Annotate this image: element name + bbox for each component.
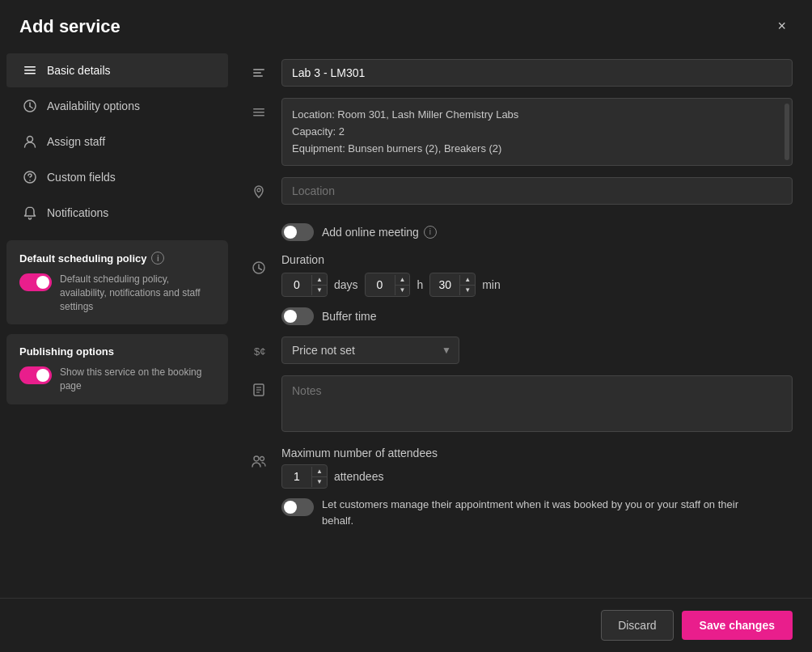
online-meeting-icon-spacer xyxy=(247,219,270,242)
dialog-title: Add service xyxy=(19,16,121,37)
location-field xyxy=(281,177,793,205)
dialog-body: Basic details Availability options xyxy=(0,46,812,598)
publishing-options-section: Publishing options Show this service on … xyxy=(6,334,228,404)
location-desc-field: Location: Room 301, Lash Miller Chemistr… xyxy=(281,98,793,166)
duration-hours-spinner: ▲ ▼ xyxy=(365,273,411,297)
add-service-dialog: Add service × Basic details xyxy=(0,0,812,652)
svg-rect-14 xyxy=(253,115,264,116)
discard-button[interactable]: Discard xyxy=(601,610,673,641)
svg-point-24 xyxy=(254,456,259,461)
location-desc-icon xyxy=(247,101,270,124)
clock-icon xyxy=(23,99,37,113)
duration-field: Duration ▲ ▼ days xyxy=(281,253,793,325)
duration-row: Duration ▲ ▼ days xyxy=(247,253,793,325)
svg-point-25 xyxy=(260,457,264,461)
sidebar-item-availability-options[interactable]: Availability options xyxy=(6,89,228,123)
svg-point-8 xyxy=(29,180,31,181)
duration-hours-up[interactable]: ▲ xyxy=(395,275,410,286)
save-changes-button[interactable]: Save changes xyxy=(682,611,793,640)
attendees-inputs-row: ▲ ▼ attendees xyxy=(281,464,793,489)
online-meeting-info-icon[interactable]: i xyxy=(424,226,437,239)
duration-label: Duration xyxy=(281,253,793,266)
sidebar-item-notifications[interactable]: Notifications xyxy=(6,196,228,230)
sidebar-item-assign-staff[interactable]: Assign staff xyxy=(6,125,228,159)
menu-icon xyxy=(23,63,37,78)
duration-minutes-up[interactable]: ▲ xyxy=(460,275,475,286)
duration-days-down[interactable]: ▼ xyxy=(312,286,327,295)
svg-rect-11 xyxy=(253,75,263,77)
svg-rect-2 xyxy=(24,73,36,74)
price-icon: $¢ xyxy=(247,340,270,362)
publishing-options-toggle[interactable] xyxy=(19,366,52,384)
price-row: $¢ Price not set ▼ xyxy=(247,337,793,364)
online-meeting-toggle[interactable] xyxy=(281,223,314,241)
sidebar-item-basic-details[interactable]: Basic details xyxy=(6,53,228,87)
publishing-options-title: Publishing options xyxy=(19,345,215,358)
days-unit: days xyxy=(334,278,358,291)
sidebar-item-notifications-label: Notifications xyxy=(47,206,108,219)
duration-days-spinner: ▲ ▼ xyxy=(281,273,328,297)
sidebar-item-custom-fields[interactable]: Custom fields xyxy=(6,160,228,194)
sidebar-item-assign-staff-label: Assign staff xyxy=(47,135,105,148)
customer-manage-toggle[interactable] xyxy=(281,498,314,516)
attendees-down[interactable]: ▼ xyxy=(312,477,327,487)
sidebar-item-availability-label: Availability options xyxy=(47,99,140,112)
scheduling-policy-desc: Default scheduling policy, availability,… xyxy=(60,273,215,313)
online-meeting-toggle-row: Add online meeting i xyxy=(281,222,793,241)
main-content: Location: Room 301, Lash Miller Chemistr… xyxy=(235,46,812,598)
scrollbar xyxy=(785,104,789,160)
duration-days-up[interactable]: ▲ xyxy=(312,275,327,286)
online-meeting-field: Add online meeting i xyxy=(281,216,793,241)
svg-rect-1 xyxy=(24,70,36,71)
scheduling-policy-toggle[interactable] xyxy=(19,273,52,291)
notes-textarea[interactable] xyxy=(281,375,793,432)
location-row xyxy=(247,177,793,205)
buffer-time-label: Buffer time xyxy=(322,310,376,323)
buffer-time-toggle[interactable] xyxy=(281,307,314,325)
close-button[interactable]: × xyxy=(771,15,793,38)
svg-point-6 xyxy=(27,137,33,142)
duration-hours-input[interactable] xyxy=(366,273,395,296)
dialog-footer: Discard Save changes xyxy=(0,598,812,652)
price-select-wrapper: Price not set ▼ xyxy=(281,337,459,364)
attendees-input[interactable] xyxy=(282,465,311,488)
svg-rect-13 xyxy=(253,112,264,113)
sidebar-item-basic-details-label: Basic details xyxy=(47,64,111,77)
duration-minutes-input[interactable] xyxy=(430,273,459,296)
scheduling-info-icon[interactable]: i xyxy=(151,252,164,265)
attendees-row: Maximum number of attendees ▲ ▼ attendee… xyxy=(247,447,793,528)
duration-hours-down[interactable]: ▼ xyxy=(395,286,410,295)
minutes-unit: min xyxy=(482,278,501,291)
sidebar: Basic details Availability options xyxy=(0,46,235,598)
price-select[interactable]: Price not set xyxy=(281,337,459,364)
location-description-text: Location: Room 301, Lash Miller Chemistr… xyxy=(281,98,793,166)
attendees-up[interactable]: ▲ xyxy=(312,467,327,477)
buffer-time-row: Buffer time xyxy=(281,307,793,325)
customer-manage-text: Let customers manage their appointment w… xyxy=(322,497,742,528)
duration-minutes-spinner: ▲ ▼ xyxy=(429,273,476,297)
question-icon xyxy=(23,170,37,184)
attendees-spinner: ▲ ▼ xyxy=(281,464,328,489)
scheduling-policy-toggle-row: Default scheduling policy, availability,… xyxy=(19,273,215,313)
max-attendees-label: Maximum number of attendees xyxy=(281,447,793,459)
svg-text:$¢: $¢ xyxy=(254,345,265,358)
online-meeting-row: Add online meeting i xyxy=(247,216,793,242)
svg-rect-9 xyxy=(253,69,264,70)
attendees-icon xyxy=(247,450,270,472)
duration-days-input[interactable] xyxy=(282,273,311,296)
publishing-options-toggle-row: Show this service on the booking page xyxy=(19,366,215,393)
notes-icon xyxy=(247,379,270,401)
duration-minutes-down[interactable]: ▼ xyxy=(460,286,475,295)
notes-row xyxy=(247,375,793,435)
attendees-controls: ▲ ▼ xyxy=(311,467,327,487)
duration-inputs-row: ▲ ▼ days ▲ ▼ h xyxy=(281,273,793,297)
location-input[interactable] xyxy=(281,177,793,205)
location-desc-row: Location: Room 301, Lash Miller Chemistr… xyxy=(247,98,793,166)
service-name-icon xyxy=(247,62,270,85)
svg-rect-0 xyxy=(24,66,36,68)
dialog-header: Add service × xyxy=(0,0,812,46)
bell-icon xyxy=(23,205,37,220)
price-field: Price not set ▼ xyxy=(281,337,793,364)
svg-rect-12 xyxy=(253,108,264,110)
service-name-input[interactable] xyxy=(281,59,793,87)
